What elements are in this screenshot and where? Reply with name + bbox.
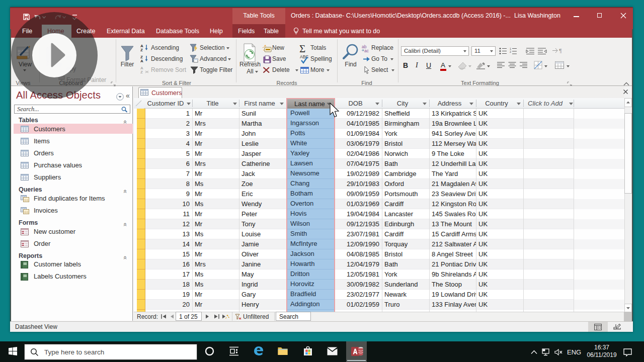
svg-text:A: A — [140, 59, 143, 62]
svg-text:Z: Z — [140, 48, 143, 51]
svg-text:Z: Z — [140, 70, 143, 73]
svg-text:2: 2 — [510, 50, 511, 53]
svg-text:¶: ¶ — [559, 48, 562, 54]
svg-text:ac: ac — [364, 48, 369, 53]
